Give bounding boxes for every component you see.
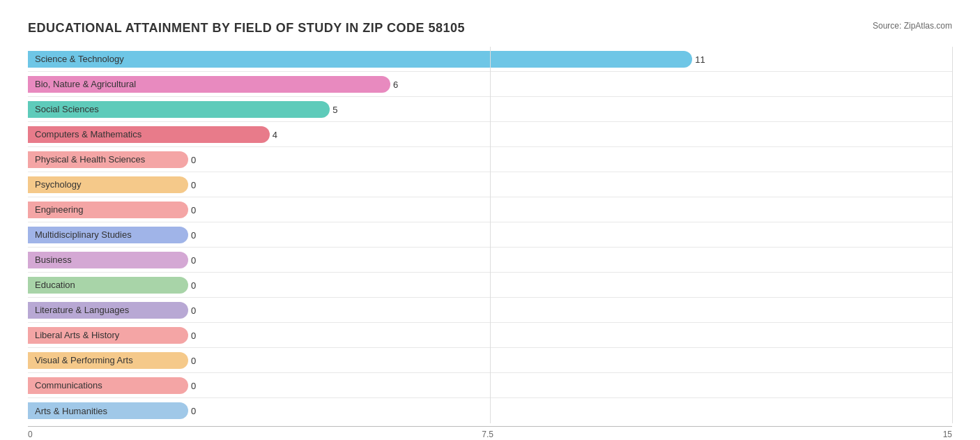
bar-row: Social Sciences5 (28, 97, 952, 122)
chart-source: Source: ZipAtlas.com (873, 21, 952, 31)
bar-row: Engineering0 (28, 197, 952, 222)
bar-row: Communications0 (28, 373, 952, 398)
bar-row: Physical & Health Sciences0 (28, 147, 952, 172)
bar-label: Engineering (28, 202, 89, 218)
bar-value: 0 (191, 255, 196, 265)
bar-label: Science & Technology (28, 51, 130, 68)
bar-value: 4 (273, 129, 277, 139)
bar-label: Multidisciplinary Studies (28, 227, 137, 243)
bar-row: Science & Technology11 (28, 47, 952, 72)
bar-value: 0 (191, 204, 196, 215)
bar-value: 0 (191, 380, 196, 390)
chart-container: EDUCATIONAL ATTAINMENT BY FIELD OF STUDY… (14, 14, 966, 440)
bar-row: Bio, Nature & Agricultural6 (28, 72, 952, 97)
bar-label: Psychology (28, 176, 86, 193)
bar-label: Computers & Mathematics (28, 126, 147, 143)
bar-label: Bio, Nature & Agricultural (28, 76, 141, 93)
bar-label: Communications (28, 377, 108, 394)
bar-row: Arts & Humanities0 (28, 398, 952, 423)
bar-value: 0 (191, 355, 196, 365)
bar-row: Computers & Mathematics4 (28, 122, 952, 147)
x-tick-0: 0 (28, 430, 33, 439)
bar-label: Education (28, 277, 81, 294)
x-axis: 0 7.5 15 (28, 426, 952, 439)
bar-label: Physical & Health Sciences (28, 151, 151, 168)
bar-label: Literature & Languages (28, 302, 135, 319)
bar-label: Arts & Humanities (28, 402, 113, 419)
bar-label: Social Sciences (28, 101, 105, 118)
bar-value: 0 (191, 305, 196, 315)
bar-value: 0 (191, 179, 196, 190)
bar-row: Business0 (28, 248, 952, 273)
bar-label: Business (28, 252, 77, 268)
bar-value: 0 (191, 406, 196, 416)
bar-label: Liberal Arts & History (28, 327, 125, 344)
bar-row: Psychology0 (28, 172, 952, 197)
chart-title: EDUCATIONAL ATTAINMENT BY FIELD OF STUDY… (28, 21, 465, 36)
bar-row: Visual & Performing Arts0 (28, 348, 952, 373)
bar-row: Multidisciplinary Studies0 (28, 222, 952, 248)
x-tick-max: 15 (943, 430, 952, 439)
bar-value: 6 (393, 79, 398, 89)
bar-value: 11 (695, 54, 705, 64)
x-tick-mid: 7.5 (482, 430, 493, 439)
bar-value: 0 (191, 229, 196, 240)
bar-value: 5 (332, 104, 337, 114)
bar-row: Liberal Arts & History0 (28, 323, 952, 348)
chart-area: Science & Technology11Bio, Nature & Agri… (28, 47, 952, 423)
bar-row: Literature & Languages0 (28, 298, 952, 323)
bar-row: Education0 (28, 273, 952, 298)
bar-value: 0 (191, 280, 196, 290)
bar-value: 0 (191, 330, 196, 340)
bar-label: Visual & Performing Arts (28, 352, 139, 369)
chart-header: EDUCATIONAL ATTAINMENT BY FIELD OF STUDY… (28, 21, 952, 36)
bar-value: 0 (191, 154, 196, 165)
